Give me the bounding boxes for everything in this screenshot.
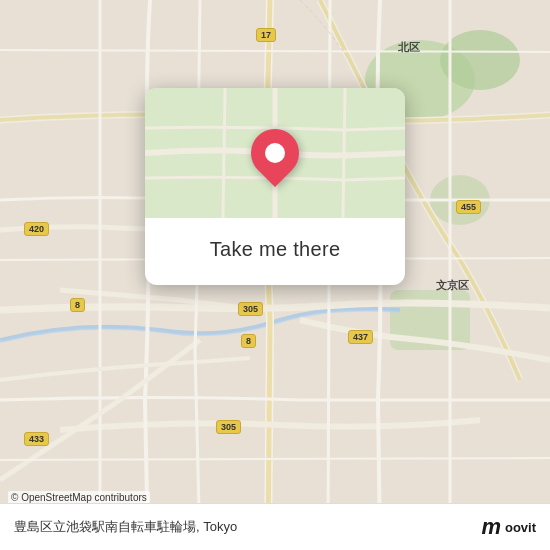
- card-map-preview: [145, 88, 405, 218]
- road-badge-455: 455: [456, 200, 481, 214]
- area-label-kita: 北区: [398, 40, 420, 55]
- road-badge-305a: 305: [238, 302, 263, 316]
- moovit-logo: m oovit: [481, 514, 536, 540]
- road-badge-305b: 305: [216, 420, 241, 434]
- area-label-bunkyo: 文京区: [436, 278, 469, 293]
- moovit-logo-m: m: [481, 514, 501, 540]
- location-card: Take me there: [145, 88, 405, 285]
- road-badge-420: 420: [24, 222, 49, 236]
- location-name: 豊島区立池袋駅南自転車駐輪場, Tokyo: [14, 518, 237, 536]
- road-badge-17a: 17: [256, 28, 276, 42]
- map-container: 17 17 305 305 437 455 420 433 8 8 北区 文京区: [0, 0, 550, 550]
- svg-point-2: [440, 30, 520, 90]
- road-badge-433: 433: [24, 432, 49, 446]
- location-pin: [251, 129, 299, 177]
- road-badge-437: 437: [348, 330, 373, 344]
- road-badge-8b: 8: [241, 334, 256, 348]
- take-me-there-button[interactable]: Take me there: [210, 238, 341, 261]
- moovit-logo-rest: oovit: [505, 520, 536, 535]
- bottom-bar: 豊島区立池袋駅南自転車駐輪場, Tokyo m oovit: [0, 503, 550, 550]
- road-badge-8a: 8: [70, 298, 85, 312]
- card-button-area: Take me there: [145, 218, 405, 285]
